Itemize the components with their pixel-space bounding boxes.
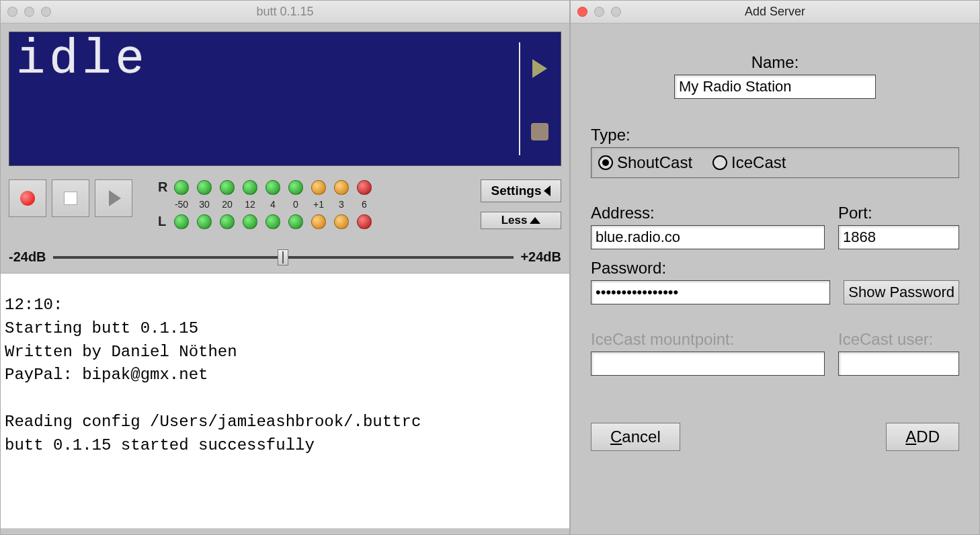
play-icon — [109, 190, 121, 206]
vu-led — [174, 180, 189, 195]
address-label: Address: — [591, 204, 825, 222]
play-button[interactable] — [95, 179, 132, 217]
vu-led — [334, 180, 349, 195]
radio-icon — [712, 155, 727, 170]
minimize-icon[interactable] — [594, 7, 604, 17]
record-indicator-icon — [531, 123, 548, 140]
name-label: Name: — [591, 53, 959, 72]
close-icon[interactable] — [7, 7, 17, 17]
vu-tick: -50 — [174, 199, 189, 210]
vu-channel-r: R — [158, 179, 174, 195]
password-label: Password: — [591, 259, 830, 278]
accel: C — [610, 427, 622, 446]
slider-min-label: -24dB — [9, 249, 46, 265]
stop-button[interactable] — [52, 179, 89, 217]
name-input[interactable] — [674, 75, 876, 99]
main-body: idle R — [1, 24, 569, 273]
main-window: butt 0.1.15 idle R — [0, 0, 570, 535]
type-group: ShoutCast IceCast — [591, 147, 959, 178]
vu-leds-r — [174, 180, 372, 195]
vu-tick: 3 — [334, 199, 349, 210]
vu-led — [197, 214, 212, 229]
address-input[interactable] — [591, 225, 825, 249]
vu-meter: R -50 30 20 — [158, 179, 468, 229]
zoom-icon[interactable] — [41, 7, 51, 17]
window-title: butt 0.1.15 — [256, 5, 313, 19]
vu-led — [357, 214, 372, 229]
vu-scale: -50 30 20 12 4 0 +1 3 6 — [174, 199, 468, 210]
vu-leds-l — [174, 214, 372, 229]
icecast-user-label: IceCast user: — [838, 330, 959, 349]
settings-button[interactable]: Settings — [481, 179, 561, 202]
slider-thumb-icon[interactable] — [278, 249, 288, 265]
dialog-title: Add Server — [745, 5, 805, 19]
vu-channel-l: L — [158, 214, 174, 229]
close-icon[interactable] — [577, 7, 587, 17]
gain-slider-row: -24dB +24dB — [9, 249, 561, 265]
vu-led — [311, 180, 326, 195]
record-icon — [20, 191, 35, 206]
vu-led — [220, 214, 235, 229]
vu-led — [197, 180, 212, 195]
cancel-rest: ancel — [622, 427, 660, 446]
mountpoint-label: IceCast mountpoint: — [591, 330, 825, 349]
controls-row: R -50 30 20 — [9, 179, 561, 229]
main-titlebar: butt 0.1.15 — [1, 1, 569, 24]
traffic-lights — [7, 7, 51, 17]
show-password-button[interactable]: Show Password — [844, 280, 959, 304]
slider-max-label: +24dB — [520, 249, 561, 265]
vu-tick: 4 — [266, 199, 280, 210]
traffic-lights — [577, 7, 621, 17]
dialog-body: Name: Type: ShoutCast IceCast Address: — [571, 24, 979, 464]
port-input[interactable] — [838, 225, 959, 249]
vu-led — [243, 214, 257, 229]
vu-led — [243, 180, 257, 195]
add-server-dialog: Add Server Name: Type: ShoutCast IceCast — [570, 0, 980, 535]
gain-slider[interactable] — [53, 256, 514, 259]
vu-tick: +1 — [311, 199, 326, 210]
vu-led — [311, 214, 326, 229]
cancel-button[interactable]: Cancel — [591, 423, 680, 451]
lcd-status-text: idle — [16, 32, 149, 87]
play-indicator-icon — [532, 59, 547, 78]
icecast-user-input[interactable] — [838, 352, 959, 376]
accel: A — [905, 427, 916, 446]
vu-tick: 30 — [197, 199, 212, 210]
type-label: Type: — [591, 126, 959, 145]
dialog-titlebar: Add Server — [571, 1, 979, 24]
log-output: 12:10: Starting butt 0.1.15 Written by D… — [1, 273, 569, 528]
password-input[interactable] — [591, 280, 830, 304]
vu-led — [288, 180, 303, 195]
minimize-icon[interactable] — [24, 7, 34, 17]
radio-shoutcast[interactable]: ShoutCast — [598, 153, 692, 172]
radio-label: IceCast — [731, 153, 786, 172]
vu-led — [288, 214, 303, 229]
vu-led — [174, 214, 189, 229]
side-buttons: Settings Less — [481, 179, 561, 229]
chevron-up-icon — [530, 217, 540, 224]
vu-tick: 0 — [288, 199, 303, 210]
lcd-display: idle — [9, 32, 561, 166]
less-label: Less — [501, 214, 528, 227]
lcd-divider — [519, 42, 520, 155]
less-button[interactable]: Less — [481, 212, 561, 229]
record-button[interactable] — [9, 179, 46, 217]
zoom-icon[interactable] — [611, 7, 621, 17]
port-label: Port: — [838, 204, 959, 222]
vu-led — [357, 180, 372, 195]
mountpoint-input[interactable] — [591, 352, 825, 376]
vu-tick: 12 — [243, 199, 257, 210]
stop-icon — [64, 192, 77, 205]
vu-led — [220, 180, 235, 195]
vu-led — [334, 214, 349, 229]
vu-led — [266, 180, 280, 195]
vu-led — [266, 214, 280, 229]
radio-label: ShoutCast — [617, 153, 692, 172]
radio-icecast[interactable]: IceCast — [712, 153, 786, 172]
add-button[interactable]: ADD — [886, 423, 959, 451]
add-rest: DD — [916, 427, 940, 446]
settings-label: Settings — [491, 183, 542, 198]
chevron-left-icon — [544, 186, 550, 196]
vu-tick: 6 — [357, 199, 372, 210]
dialog-footer: Cancel ADD — [591, 423, 959, 451]
